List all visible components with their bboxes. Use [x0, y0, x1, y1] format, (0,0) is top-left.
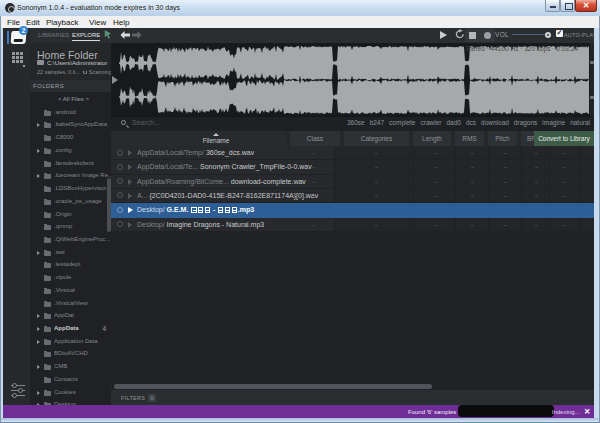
svg-text:Stereo · 44100 Hz · 320 kbps ·: Stereo · 44100 Hz · 320 kbps · 0:03:24 [466, 45, 579, 53]
